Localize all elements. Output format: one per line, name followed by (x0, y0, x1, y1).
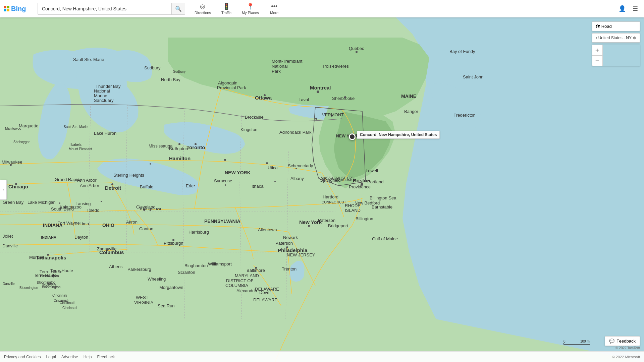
svg-point-20 (315, 118, 317, 120)
ms-square-green (7, 6, 9, 8)
svg-text:Trenton: Trenton (282, 266, 297, 272)
svg-text:Detroit: Detroit (105, 185, 121, 191)
svg-text:ISLAND: ISLAND (345, 208, 361, 213)
svg-text:Ibabela: Ibabela (70, 143, 82, 146)
scale-label-end: 100 mi (580, 340, 590, 343)
svg-text:VERMONT: VERMONT (322, 112, 344, 117)
svg-text:NEW JERSEY: NEW JERSEY (287, 252, 315, 257)
svg-text:Portland: Portland (367, 179, 383, 184)
svg-text:Erie: Erie (186, 183, 194, 188)
svg-text:Sudbury: Sudbury (173, 70, 185, 73)
zoom-in-button[interactable]: + (592, 45, 603, 55)
svg-text:Barnstable: Barnstable (372, 204, 392, 209)
svg-text:Lima: Lima (79, 221, 89, 226)
svg-text:Mount Pleasant: Mount Pleasant (69, 147, 92, 151)
search-input[interactable] (38, 6, 171, 11)
svg-text:Terre Haute: Terre Haute (40, 269, 62, 274)
road-view-button[interactable]: 🗺 Road (592, 21, 640, 31)
svg-text:Ottawa: Ottawa (255, 95, 272, 101)
scale-line (564, 343, 590, 345)
svg-text:National: National (272, 64, 288, 69)
svg-text:Cincinnati: Cincinnati (52, 294, 67, 297)
svg-point-17 (224, 159, 226, 161)
footer: Privacy and Cookies Legal Advertise Help… (0, 351, 644, 362)
svg-text:Dayton: Dayton (74, 235, 88, 240)
location-target-icon: ⊕ (633, 36, 636, 40)
svg-text:Cincinnati: Cincinnati (62, 306, 77, 310)
svg-text:Syracuse: Syracuse (214, 178, 232, 183)
svg-text:Saint John: Saint John (463, 74, 483, 79)
svg-text:DELAWARE: DELAWARE (255, 287, 279, 292)
svg-text:Ann Arbor: Ann Arbor (80, 183, 99, 188)
footer-feedback-link[interactable]: Feedback (97, 355, 115, 359)
svg-text:PENNSYLVANIA: PENNSYLVANIA (204, 219, 240, 224)
feedback-button[interactable]: 💬 Feedback (605, 336, 640, 346)
nav-directions[interactable]: ◎ Directions (191, 1, 215, 16)
search-bar: 🔍 (38, 3, 185, 15)
svg-text:DISTRICT OF: DISTRICT OF (226, 278, 253, 283)
nav-more[interactable]: ••• More (264, 2, 284, 16)
svg-text:OHIO: OHIO (102, 223, 114, 228)
directions-icon: ◎ (200, 3, 205, 10)
hamburger-menu-button[interactable]: ☰ (631, 3, 640, 14)
zoom-out-button[interactable]: − (592, 55, 603, 66)
map-location-pin[interactable]: Concord, New Hampshire, United States (349, 133, 356, 140)
svg-text:Quebec: Quebec (349, 46, 364, 51)
feedback-label: Feedback (616, 339, 636, 344)
svg-text:Paterson: Paterson (275, 241, 293, 246)
svg-text:INDIANA: INDIANA (41, 235, 56, 239)
svg-text:Lansing: Lansing (75, 201, 91, 206)
svg-text:Danville: Danville (2, 243, 18, 248)
zoom-controls: + − (592, 45, 640, 66)
feedback-icon: 💬 (609, 339, 614, 344)
scale-labels: 0 100 mi (564, 340, 590, 343)
nav-traffic[interactable]: 🚦 Traffic (216, 1, 236, 16)
svg-text:Pittsburgh: Pittsburgh (164, 241, 183, 246)
map-container[interactable]: .water { fill: #aad3df; } .land { fill: … (0, 17, 644, 362)
scale-bar: 0 100 mi (564, 340, 590, 345)
svg-text:Lowell: Lowell (366, 168, 378, 173)
legal-link[interactable]: Legal (46, 355, 56, 359)
copyright-text: © 2022 Microsoft (612, 355, 640, 359)
privacy-cookies-link[interactable]: Privacy and Cookies (4, 355, 41, 359)
svg-text:RHODE: RHODE (345, 203, 361, 208)
user-account-button[interactable]: 👤 (616, 3, 628, 14)
scale-label-start: 0 (564, 340, 566, 343)
svg-text:Sea Run: Sea Run (158, 303, 175, 308)
svg-text:Mississauga: Mississauga (149, 143, 173, 148)
nav-more-label: More (270, 11, 278, 15)
svg-text:Algonquin: Algonquin (218, 80, 237, 85)
search-button[interactable]: 🔍 (171, 3, 185, 14)
svg-text:Parkersburg: Parkersburg (127, 267, 151, 272)
help-link[interactable]: Help (84, 355, 92, 359)
svg-text:Hamilton: Hamilton (169, 156, 191, 161)
svg-text:Lake Michigan: Lake Michigan (28, 200, 56, 205)
road-icon: 🗺 (596, 24, 600, 29)
svg-point-11 (308, 225, 310, 227)
svg-text:Morgantown: Morgantown (159, 285, 183, 290)
map-svg: .water { fill: #aad3df; } .land { fill: … (0, 17, 644, 362)
svg-text:Muncie: Muncie (29, 255, 43, 260)
svg-text:Newark: Newark (283, 235, 298, 240)
svg-text:MARYLAND: MARYLAND (235, 273, 259, 278)
svg-text:Alexandria: Alexandria (236, 288, 257, 293)
more-icon: ••• (271, 3, 277, 10)
svg-text:Bloomington: Bloomington (42, 285, 61, 289)
svg-text:Bangor: Bangor (404, 109, 419, 114)
svg-text:Trois-Rivières: Trois-Rivières (322, 64, 349, 69)
nav-my-places[interactable]: 📍 My Places (238, 1, 263, 16)
bing-logo[interactable]: Bing (4, 4, 34, 14)
svg-text:Allentown: Allentown (258, 227, 277, 232)
svg-text:Wheeling: Wheeling (148, 277, 166, 282)
svg-text:Akron: Akron (126, 220, 138, 225)
svg-point-9 (317, 90, 319, 93)
svg-text:Thunder Bay: Thunder Bay (96, 84, 121, 89)
svg-text:Sanctuary: Sanctuary (94, 98, 114, 103)
region-selector-button[interactable]: ‹ United States - NY ⊕ (592, 33, 640, 43)
advertise-link[interactable]: Advertise (61, 355, 78, 359)
svg-text:Ithaca: Ithaca (252, 184, 264, 189)
svg-text:National: National (94, 88, 110, 94)
svg-text:Youngstown: Youngstown (139, 206, 162, 211)
side-panel-expand-button[interactable]: › (0, 180, 7, 200)
svg-point-23 (59, 202, 60, 204)
